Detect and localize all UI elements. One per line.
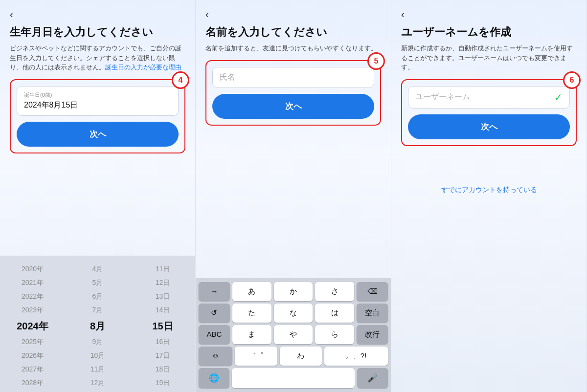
empty-space [401, 149, 577, 178]
birthday-input-label: 誕生日(0歳) [24, 91, 171, 99]
kb-row-2: ↺ た な は 空白 [199, 304, 388, 323]
back-button-2[interactable]: ‹ [205, 9, 381, 20]
kb-return-key[interactable]: 改行 [357, 325, 388, 344]
kb-ra-key[interactable]: ら [315, 325, 354, 344]
username-placeholder: ユーザーネーム [415, 92, 470, 102]
kb-ta-key[interactable]: た [232, 304, 271, 323]
back-button-1[interactable]: ‹ [10, 9, 185, 20]
year-2026[interactable]: 2026年 [0, 349, 65, 363]
name-input[interactable]: 氏名 [212, 67, 374, 88]
month-4[interactable]: 4月 [65, 262, 130, 276]
next-button-3[interactable]: 次へ [408, 114, 570, 139]
month-6[interactable]: 6月 [65, 290, 130, 304]
year-col[interactable]: 2020年 2021年 2022年 2023年 2024年 2025年 2026… [0, 261, 65, 392]
year-2023[interactable]: 2023年 [0, 304, 65, 317]
kb-row-3: ABC ま や ら 改行 [199, 325, 388, 344]
already-have-account: すでにアカウントを持っている [401, 178, 577, 199]
screen1-top: ‹ 生年月日を入力してください ビジネスやペットなどに関するアカウントでも、ご自… [0, 0, 195, 164]
kb-ka-key[interactable]: か [274, 282, 313, 301]
kb-space-key[interactable]: 空白 [357, 304, 388, 323]
kb-dakuten-key[interactable]: ゛゜ [235, 347, 277, 366]
day-13[interactable]: 13日 [130, 290, 195, 304]
next-button-2[interactable]: 次へ [212, 94, 374, 119]
month-12[interactable]: 12月 [65, 376, 130, 390]
step-badge-6: 6 [563, 71, 581, 89]
kb-globe-key[interactable]: 🌐 [199, 368, 229, 388]
already-have-link[interactable]: すでにアカウントを持っている [441, 186, 537, 194]
day-17[interactable]: 17日 [130, 349, 195, 363]
screen1-bottom: 2020年 2021年 2022年 2023年 2024年 2025年 2026… [0, 164, 195, 392]
screen2-title: 名前を入力してください [205, 26, 381, 39]
day-col[interactable]: 11日 12日 13日 14日 15日 16日 17日 18日 19日 [130, 261, 195, 392]
next-button-1[interactable]: 次へ [17, 122, 179, 147]
back-button-3[interactable]: ‹ [401, 9, 577, 20]
year-2024[interactable]: 2024年 [0, 317, 65, 335]
kb-wa-key[interactable]: わ [280, 347, 322, 366]
kb-a-key[interactable]: あ [232, 282, 271, 301]
year-2020[interactable]: 2020年 [0, 262, 65, 276]
year-2021[interactable]: 2021年 [0, 276, 65, 290]
screen1-highlight: 4 誕生日(0歳) 2024年8月15日 次へ [10, 79, 185, 153]
kb-emoji-key[interactable]: ☺ [199, 347, 232, 366]
month-7[interactable]: 7月 [65, 304, 130, 317]
checkmark-icon: ✓ [554, 91, 563, 103]
kb-undo-key[interactable]: ↺ [199, 304, 230, 323]
screen-username: ‹ ユーザーネームを作成 新規に作成するか、自動作成されたユーザーネームを使用す… [391, 0, 587, 392]
kb-na-key[interactable]: な [274, 304, 313, 323]
screen3-desc: 新規に作成するか、自動作成されたユーザーネームを使用することができます。ユーザー… [401, 44, 577, 72]
screen-name: ‹ 名前を入力してください 名前を追加すると、友達に見つけてもらいやすくなります… [196, 0, 391, 392]
birthday-reason-link[interactable]: 誕生日の入力が必要な理由 [105, 64, 181, 71]
kb-row-4: ☺ ゛゜ わ 。、?! [199, 347, 388, 366]
screen3-title: ユーザーネームを作成 [401, 26, 577, 39]
month-11[interactable]: 11月 [65, 363, 130, 376]
name-placeholder: 氏名 [220, 72, 367, 83]
year-2022[interactable]: 2022年 [0, 290, 65, 304]
kb-delete-key[interactable]: ⌫ [357, 282, 388, 301]
kb-bottom-row: 🌐 🎤 [199, 368, 388, 388]
month-8[interactable]: 8月 [65, 317, 130, 335]
kb-spacebar[interactable] [232, 368, 355, 388]
japanese-keyboard[interactable]: → あ か さ ⌫ ↺ た な は 空白 ABC ま や ら 改行 ☺ [196, 278, 391, 392]
year-2028[interactable]: 2028年 [0, 376, 65, 390]
day-14[interactable]: 14日 [130, 304, 195, 317]
day-18[interactable]: 18日 [130, 363, 195, 376]
year-2027[interactable]: 2027年 [0, 363, 65, 376]
day-19[interactable]: 19日 [130, 376, 195, 390]
kb-punct-key[interactable]: 。、?! [324, 347, 388, 366]
month-9[interactable]: 9月 [65, 335, 130, 349]
step-badge-5: 5 [367, 52, 385, 70]
screen1-title: 生年月日を入力してください [10, 26, 185, 39]
month-10[interactable]: 10月 [65, 349, 130, 363]
screen2-bottom: → あ か さ ⌫ ↺ た な は 空白 ABC ま や ら 改行 ☺ [196, 136, 391, 392]
screen-birthday: ‹ 生年月日を入力してください ビジネスやペットなどに関するアカウントでも、ご自… [0, 0, 196, 392]
kb-sa-key[interactable]: さ [315, 282, 354, 301]
birthday-input-value: 2024年8月15日 [24, 100, 171, 110]
kb-ha-key[interactable]: は [315, 304, 354, 323]
kb-ma-key[interactable]: ま [232, 325, 271, 344]
day-12[interactable]: 12日 [130, 276, 195, 290]
kb-row-1: → あ か さ ⌫ [199, 282, 388, 301]
screen3-top: ‹ ユーザーネームを作成 新規に作成するか、自動作成されたユーザーネームを使用す… [391, 0, 587, 207]
screen2-top: ‹ 名前を入力してください 名前を追加すると、友達に見つけてもらいやすくなります… [196, 0, 391, 136]
username-input[interactable]: ユーザーネーム ✓ [408, 86, 570, 109]
day-16[interactable]: 16日 [130, 335, 195, 349]
month-col[interactable]: 4月 5月 6月 7月 8月 9月 10月 11月 12月 [65, 261, 130, 392]
day-15[interactable]: 15日 [130, 317, 195, 335]
step-badge-4: 4 [172, 71, 189, 89]
kb-mic-key[interactable]: 🎤 [357, 368, 388, 388]
username-input-inner: ユーザーネーム ✓ [415, 91, 563, 103]
kb-ya-key[interactable]: や [274, 325, 313, 344]
date-picker[interactable]: 2020年 2021年 2022年 2023年 2024年 2025年 2026… [0, 256, 195, 392]
month-5[interactable]: 5月 [65, 276, 130, 290]
birthday-input[interactable]: 誕生日(0歳) 2024年8月15日 [17, 86, 179, 116]
screen1-desc: ビジネスやペットなどに関するアカウントでも、ご自分の誕生日を入力してください。シ… [10, 44, 185, 72]
screen3-highlight: 6 ユーザーネーム ✓ 次へ [401, 79, 577, 146]
day-11[interactable]: 11日 [130, 262, 195, 276]
year-2025[interactable]: 2025年 [0, 335, 65, 349]
kb-abc-key[interactable]: ABC [199, 325, 230, 344]
screen2-desc: 名前を追加すると、友達に見つけてもらいやすくなります。 [205, 44, 381, 53]
screen2-highlight: 5 氏名 次へ [205, 60, 381, 126]
kb-arrow-key[interactable]: → [199, 282, 230, 301]
